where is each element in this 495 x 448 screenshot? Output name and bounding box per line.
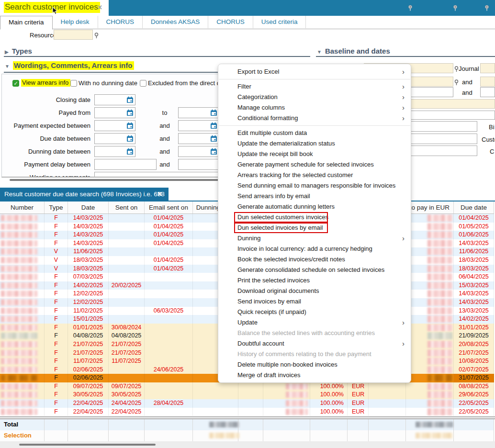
column-header-sent-on[interactable]: Sent on [109, 202, 145, 213]
text-input[interactable] [94, 159, 157, 170]
menu-divider [219, 125, 410, 126]
text-input[interactable] [178, 159, 222, 170]
pin-icon[interactable] [408, 5, 413, 11]
cell-type: F [45, 399, 68, 408]
and-row2-input-2[interactable] [480, 87, 495, 97]
total-label: Total [4, 421, 18, 428]
checkbox-excluded-from-the-direct-debit[interactable] [140, 80, 146, 87]
menu-item-categorization[interactable]: Categorization› [218, 92, 411, 102]
menu-item-update[interactable]: Update› [218, 317, 411, 328]
tab-chorus[interactable]: CHORUS [98, 16, 143, 28]
menu-item-generate-payment-schedule-for-selected-i[interactable]: Generate payment schedule for selected i… [218, 159, 411, 170]
close-icon[interactable]: ✕ [97, 4, 102, 11]
text-input[interactable] [94, 172, 220, 178]
menu-item-send-invoices-by-email[interactable]: Send invoices by email [218, 296, 411, 307]
menu-item-dunning[interactable]: Dunning› [218, 233, 411, 244]
calendar-icon[interactable] [210, 109, 217, 116]
calendar-icon[interactable] [210, 148, 217, 155]
tab-donn-es-aksas[interactable]: Données AKSAS [143, 16, 208, 28]
menu-item-send-dunning-email-to-managers-responsib[interactable]: Send dunning email to managers responsib… [218, 180, 411, 191]
column-header-type[interactable]: Type [45, 202, 68, 213]
menu-item-doubtful-account[interactable]: Doubtful account› [218, 338, 411, 349]
footer-cell [68, 430, 109, 441]
menu-item-conditional-formatting[interactable]: Conditional formatting› [218, 113, 411, 123]
checkbox-view-arrears-info[interactable]: ✓ [12, 80, 19, 87]
pin-icon[interactable] [453, 5, 458, 11]
tab-main-criteria[interactable]: Main criteria [0, 16, 53, 30]
menu-item-send-arrears-info-by-email[interactable]: Send arrears info by email [218, 191, 411, 202]
menu-item-merge-of-draft-invoices[interactable]: Merge of draft invoices [218, 370, 411, 381]
calendar-icon[interactable] [210, 122, 217, 129]
section-wordings[interactable]: ▼Wordings, Comments, Arrears info [5, 61, 134, 69]
table-row[interactable]: F22/04/202524/04/202528/04/2025100.00%EU… [0, 399, 494, 408]
menu-item-update-the-receipt-bill-book[interactable]: Update the receipt bill book [218, 149, 411, 159]
criteria-hscrollbar[interactable] [10, 179, 218, 181]
menu-item-edit-multiple-custom-data[interactable]: Edit multiple custom data [218, 128, 411, 138]
date-input[interactable] [178, 107, 219, 118]
checkbox-with-no-dunning-date[interactable] [70, 80, 77, 87]
tab-chorus[interactable]: CHORUS [208, 16, 253, 28]
menu-item-invoice-in-local-currency-add-a-currency[interactable]: Invoice in local currency: add a currenc… [218, 244, 411, 254]
calendar-icon[interactable] [126, 96, 134, 103]
menu-item-book-the-selected-invoices-credit-notes[interactable]: Book the selected invoices/credit notes [218, 254, 411, 265]
tab-help-desk[interactable]: Help desk [53, 16, 98, 28]
section-baseline[interactable]: ▼Baseline and dates [317, 47, 390, 55]
pin-icon[interactable] [484, 5, 489, 11]
column-header-due-date[interactable]: Due date [454, 202, 494, 213]
calendar-icon[interactable] [126, 148, 134, 155]
table-row[interactable]: F22/04/202522/04/2025100.00%EUR22/05/202… [0, 408, 494, 416]
result-panel-header[interactable]: Result customer due date search (698 Inv… [0, 188, 169, 201]
tab-used-criteria[interactable]: Used criteria [253, 16, 306, 28]
lookup-pin-icon[interactable] [94, 33, 99, 39]
date-input[interactable] [94, 94, 135, 105]
cell-date: 14/03/2025 [68, 239, 109, 248]
table-row[interactable]: F09/07/202509/07/2025100.00%EUR08/08/202… [0, 382, 494, 391]
calendar-icon[interactable] [126, 135, 134, 142]
menu-item-dun-selected-invoices-by-email[interactable]: Dun selected invoices by email [218, 223, 411, 233]
and-row1-input-2[interactable] [480, 77, 495, 87]
column-header-email-sent-on[interactable]: Email sent on [145, 202, 193, 213]
cell-type: F [45, 290, 68, 298]
menu-item-generate-consolidated-schedule-on-select[interactable]: Generate consolidated schedule on select… [218, 265, 411, 275]
date-input[interactable] [94, 120, 135, 131]
date-input[interactable] [94, 146, 135, 157]
date-input[interactable] [94, 107, 135, 118]
cell-date: 14/03/2025 [68, 214, 109, 223]
footer-cell [348, 419, 369, 430]
menu-item-print-the-selected-invoices[interactable]: Print the selected invoices [218, 275, 411, 286]
date-input[interactable] [94, 133, 135, 144]
menu-item-download-original-documents[interactable]: Download original documents [218, 286, 411, 296]
lookup-pin-icon[interactable] [454, 79, 459, 86]
table-row[interactable]: F30/05/202530/05/2025100.00%EUR29/06/202… [0, 391, 494, 399]
cell-date: 14/03/2025 [68, 231, 109, 239]
close-icon[interactable]: ✕ [157, 188, 162, 201]
menu-item-manage-columns[interactable]: Manage columns› [218, 102, 411, 113]
journal-input-2[interactable] [480, 63, 495, 73]
section-types[interactable]: ▶Types [5, 47, 32, 55]
resource-input[interactable] [54, 30, 93, 40]
menu-item-delete-multiple-non-booked-invoices[interactable]: Delete multiple non-booked invoices [218, 359, 411, 370]
lookup-pin-icon[interactable] [454, 66, 459, 72]
table-hscrollbar[interactable] [19, 444, 156, 446]
calendar-icon[interactable] [126, 122, 134, 129]
selection-label: Selection [4, 432, 32, 439]
redacted-number [1, 367, 37, 373]
menu-item-update-the-dematerialization-status[interactable]: Update the dematerialization status [218, 138, 411, 149]
column-header-date[interactable]: Date [68, 202, 109, 213]
column-header-l-to-pay-in-eur[interactable]: l to pay in EUR [406, 202, 454, 213]
menu-item-generate-automatic-dunning-letters[interactable]: Generate automatic dunning letters [218, 202, 411, 212]
date-input[interactable] [178, 146, 219, 157]
menu-item-filter[interactable]: Filter› [218, 81, 411, 92]
date-input[interactable] [178, 120, 219, 131]
date-input[interactable] [178, 133, 219, 144]
and-label-2: and [462, 89, 472, 96]
calendar-icon[interactable] [126, 109, 134, 116]
column-header-number[interactable]: Number [0, 202, 45, 213]
cell-type: F [45, 374, 68, 382]
field-label: Due date between [2, 135, 90, 142]
menu-item-arrears-tracking-for-the-selected-custom[interactable]: Arrears tracking for the selected custom… [218, 170, 411, 180]
calendar-icon[interactable] [210, 135, 217, 142]
menu-item-export-to-excel[interactable]: Export to Excel› [218, 67, 411, 77]
menu-item-dun-selected-customers-invoices[interactable]: Dun selected customers invoices [218, 212, 411, 223]
menu-item-quick-receipts-if-unpaid-[interactable]: Quick receipts (if unpaid) [218, 307, 411, 317]
